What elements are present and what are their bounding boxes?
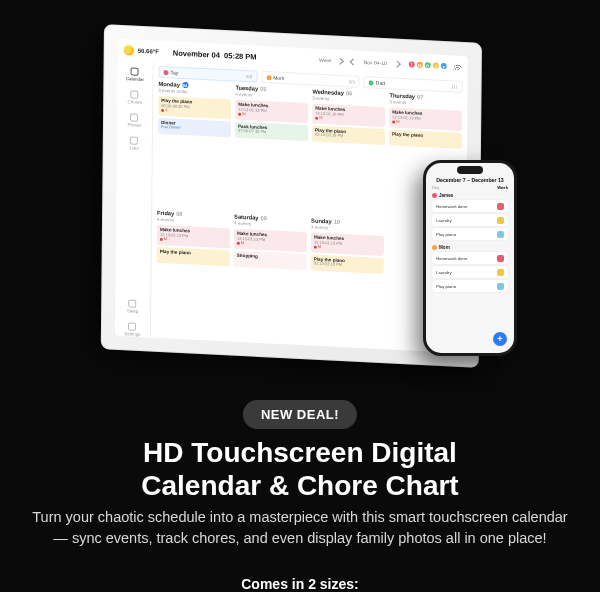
chore-item[interactable]: Homework done	[432, 200, 508, 212]
calendar-main: Tay8/8 Mom3/3 Dad1/1 Monday 043 events t…	[151, 63, 468, 354]
day-header: Friday 084 events	[157, 210, 230, 226]
date-range: Nov 04-10	[364, 59, 387, 66]
lists-icon	[130, 136, 138, 144]
chore-item[interactable]: Play piano	[432, 280, 508, 292]
day-column: Make lunches12:13-01:13 PMM Play the pia…	[156, 225, 230, 340]
event-card[interactable]: Play the piano	[157, 247, 230, 267]
wifi-icon	[454, 64, 462, 70]
chore-item[interactable]: Laundry	[432, 266, 508, 278]
avatar[interactable]: y	[441, 63, 447, 69]
chevron-right-icon[interactable]	[394, 60, 401, 67]
day-column: Make lunches12:13-01:13 PMM Pack lunches…	[234, 100, 308, 215]
event-card[interactable]: Make lunches12:13-01:13 PMM	[157, 225, 230, 248]
view-selector[interactable]: Week	[319, 57, 332, 64]
phone-person-section: Mom Homework done Laundry Play piano	[432, 245, 508, 294]
calendar-screen: 56.66°F November 04 05:28 PM Week Nov 04…	[115, 39, 468, 354]
person-dot-icon	[266, 75, 271, 80]
phone-tab-day[interactable]: Day	[432, 185, 439, 190]
phone-date-range: December 7 – December 13	[432, 177, 508, 183]
temperature: 56.66°F	[138, 48, 159, 55]
product-subheading: Turn your chaotic schedule into a master…	[30, 507, 570, 548]
photos-icon	[131, 113, 139, 121]
phone-screen: December 7 – December 13 Day Week James …	[426, 163, 514, 353]
avatar[interactable]: D	[425, 62, 431, 68]
companion-phone: December 7 – December 13 Day Week James …	[423, 160, 517, 356]
event-card[interactable]: Shopping	[234, 250, 307, 270]
phone-person-name: James	[432, 193, 508, 198]
product-hero: 56.66°F November 04 05:28 PM Week Nov 04…	[0, 0, 600, 592]
deal-badge: NEW DEAL!	[243, 400, 357, 429]
event-card[interactable]: Make lunches12:13-01:13 PMM	[389, 107, 462, 130]
person-tab[interactable]: Tay8/8	[158, 66, 257, 83]
settings-icon	[128, 322, 136, 330]
sizes-heading: Comes in 2 sizes:	[0, 576, 600, 592]
nav-photos[interactable]: Photos	[127, 113, 141, 128]
avatar[interactable]: J	[433, 62, 439, 68]
event-card[interactable]: Pack lunches07:00-07:30 PM	[235, 121, 308, 141]
event-card[interactable]: Make lunches12:13-01:13 PMM	[235, 100, 308, 123]
today-badge: 04	[182, 82, 188, 88]
sleep-icon	[129, 299, 137, 307]
nav-rail: Calendar Chores Photos Lists Sleep Setti…	[115, 61, 154, 338]
phone-person-section: James Homework done Laundry Play piano	[432, 193, 508, 242]
day-header: Sunday 103 events	[311, 217, 384, 233]
event-card[interactable]: Play the piano01:13-03:18 PM	[311, 254, 384, 274]
chore-color-icon	[497, 283, 504, 290]
week-grid: Monday 043 events today Tuesday 054 even…	[156, 81, 463, 351]
chore-color-icon	[497, 255, 504, 262]
chores-icon	[131, 90, 139, 98]
phone-view-tabs: Day Week	[432, 185, 508, 190]
chore-color-icon	[497, 217, 504, 224]
chore-color-icon	[497, 231, 504, 238]
day-column: Make lunches12:13-01:16 PMM Play the pia…	[311, 103, 385, 218]
event-card[interactable]: Play the piano02:13-03:18 PM	[312, 125, 385, 145]
event-card[interactable]: Make lunches12:13-01:16 PMM	[312, 103, 385, 126]
day-column: Make lunches12:13-01:13 PMM Play the pia…	[310, 232, 384, 347]
event-card[interactable]: Make lunches12:13-01:13 PMM	[311, 232, 384, 255]
nav-settings[interactable]: Settings	[124, 322, 140, 337]
product-headline: HD Touchscreen Digital Calendar & Chore …	[0, 436, 600, 502]
day-header: Thursday 073 events	[389, 92, 462, 108]
day-header: Tuesday 054 events	[235, 85, 308, 101]
person-tab[interactable]: Dad1/1	[364, 76, 463, 93]
day-column: Play the piano80:30-88:30 PMJ DinnerFun …	[157, 96, 231, 211]
day-header: Saturday 094 events	[234, 214, 307, 230]
nav-sleep[interactable]: Sleep	[127, 299, 139, 314]
chore-item[interactable]: Homework done	[432, 252, 508, 264]
person-tab[interactable]: Mom3/3	[261, 71, 360, 88]
avatar[interactable]: M	[417, 62, 423, 68]
day-header: Monday 043 events today	[158, 81, 231, 97]
event-card[interactable]: DinnerFun Dinner	[158, 118, 231, 138]
chore-color-icon	[497, 203, 504, 210]
event-card[interactable]: Play the piano	[389, 129, 462, 149]
event-card[interactable]: Make lunches12:13-01:13 PMM	[234, 229, 307, 252]
phone-add-button[interactable]: +	[493, 332, 507, 346]
chore-color-icon	[497, 269, 504, 276]
avatar[interactable]: T	[409, 61, 415, 67]
chore-item[interactable]: Laundry	[432, 214, 508, 226]
nav-calendar[interactable]: Calendar	[126, 67, 144, 82]
person-dot-icon	[369, 80, 374, 85]
calendar-icon	[131, 67, 139, 75]
family-avatars: T M D J y	[409, 61, 447, 69]
weather-sun-icon	[124, 45, 134, 56]
chevron-left-icon[interactable]	[350, 58, 357, 65]
day-header: Wednesday 063 events	[312, 88, 385, 104]
chore-item[interactable]: Play piano	[432, 228, 508, 240]
person-dot-icon	[164, 70, 169, 75]
nav-lists[interactable]: Lists	[130, 136, 139, 150]
current-date: November 04 05:28 PM	[173, 48, 257, 61]
nav-chores[interactable]: Chores	[127, 90, 142, 105]
chevron-down-icon	[337, 57, 344, 64]
phone-tab-week[interactable]: Week	[497, 185, 508, 190]
phone-person-name: Mom	[432, 245, 508, 250]
event-card[interactable]: Play the piano80:30-88:30 PMJ	[158, 96, 231, 119]
day-column: Make lunches12:13-01:13 PMM Shopping	[233, 229, 307, 344]
